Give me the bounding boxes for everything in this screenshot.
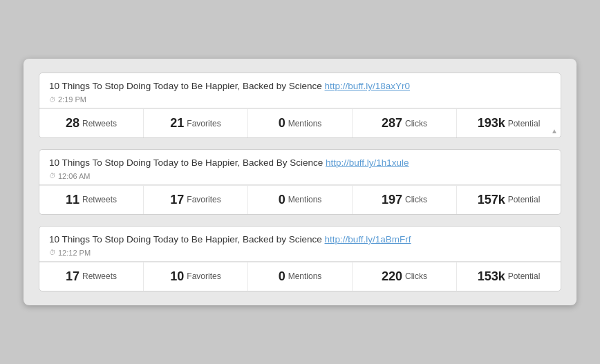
stat-label: Mentions [288,119,322,128]
stat-number: 0 [279,193,285,207]
stat-number: 17 [66,269,79,284]
card-2-header: 10 Things To Stop Doing Today to Be Happ… [39,150,561,185]
card-2: 10 Things To Stop Doing Today to Be Happ… [39,149,561,215]
stat-label: Retweets [82,119,117,128]
stat-label: Mentions [288,195,322,204]
card-1-stat-favorites: 21Favorites [144,109,248,137]
stat-label: Potential [508,195,541,204]
stat-number: 17 [170,193,184,207]
stat-label: Clicks [405,119,427,128]
card-3-stat-mentions: 0Mentions [248,262,353,291]
stat-number: 287 [382,116,402,131]
card-1-stat-clicks: 287Clicks [353,109,457,137]
stat-number: 28 [66,116,79,131]
card-3-time: ⏱12:12 PM [49,249,551,257]
card-1-stats: 28Retweets21Favorites0Mentions287Clicks1… [39,108,561,137]
stat-label: Potential [508,119,541,128]
clock-icon: ⏱ [49,249,56,256]
card-1-stat-retweets: 28Retweets [39,109,144,137]
stat-number: 0 [279,269,285,284]
stat-number: 193k [478,116,505,131]
stat-number: 157k [478,193,505,207]
clock-icon: ⏱ [49,96,56,104]
stat-label: Retweets [82,195,117,204]
card-3: 10 Things To Stop Doing Today to Be Happ… [39,226,561,291]
stat-label: Mentions [288,271,322,281]
card-2-stat-retweets: 11Retweets [39,186,144,214]
card-2-stats: 11Retweets17Favorites0Mentions197Clicks1… [39,185,561,214]
card-1-header: 10 Things To Stop Doing Today to Be Happ… [39,73,561,108]
cards-container: 10 Things To Stop Doing Today to Be Happ… [24,59,576,305]
card-3-url[interactable]: http://buff.ly/1aBmFrf [325,234,411,245]
card-3-header: 10 Things To Stop Doing Today to Be Happ… [39,227,561,262]
stat-label: Favorites [187,195,221,204]
stat-number: 0 [279,116,285,131]
card-3-stats: 17Retweets10Favorites0Mentions220Clicks1… [39,262,561,291]
card-2-time: ⏱12:06 AM [49,172,551,180]
stat-label: Favorites [187,119,221,128]
stat-label: Clicks [405,271,427,281]
stat-number: 197 [382,193,402,207]
card-3-stat-clicks: 220Clicks [353,262,457,291]
stat-label: Retweets [82,271,117,281]
stat-label: Favorites [187,271,221,281]
card-3-stat-favorites: 10Favorites [144,262,248,291]
card-2-stat-clicks: 197Clicks [353,186,457,214]
card-3-stat-potential: 153kPotential [457,262,561,291]
card-1-time: ⏱2:19 PM [49,95,551,104]
card-1: 10 Things To Stop Doing Today to Be Happ… [39,73,561,138]
stat-number: 220 [382,269,402,284]
card-1-url[interactable]: http://buff.ly/18axYr0 [325,81,411,91]
card-2-url[interactable]: http://buff.ly/1h1xule [326,157,409,168]
stat-number: 21 [170,116,184,131]
stat-number: 10 [170,269,184,284]
card-2-stat-potential: 157kPotential [457,186,561,214]
stat-label: Clicks [405,195,427,204]
card-3-stat-retweets: 17Retweets [39,262,144,291]
scroll-indicator: ▲ [551,127,558,135]
card-1-title: 10 Things To Stop Doing Today to Be Happ… [49,80,551,93]
clock-icon: ⏱ [49,172,56,180]
card-2-stat-mentions: 0Mentions [248,186,353,214]
stat-number: 153k [478,269,505,284]
card-2-stat-favorites: 17Favorites [144,186,248,214]
stat-number: 11 [66,193,79,207]
card-3-title: 10 Things To Stop Doing Today to Be Happ… [49,233,551,247]
card-1-stat-mentions: 0Mentions [248,109,353,137]
card-2-title: 10 Things To Stop Doing Today to Be Happ… [49,157,551,170]
card-1-stat-potential: 193kPotential [457,109,561,137]
stat-label: Potential [508,271,541,281]
